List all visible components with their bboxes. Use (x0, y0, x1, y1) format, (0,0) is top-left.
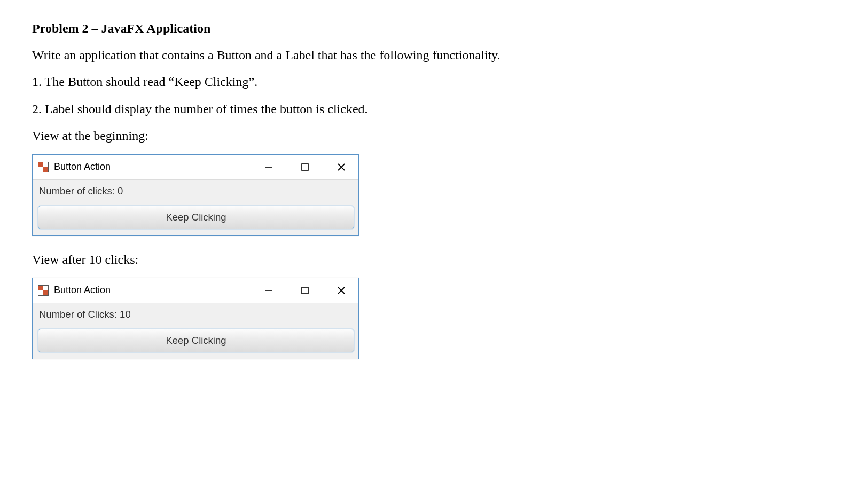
view-after-label: View after 10 clicks: (32, 251, 813, 268)
button-row: Keep Clicking (33, 326, 358, 359)
client-area: Number of clicks: 0 Keep Clicking (33, 179, 358, 235)
close-button[interactable] (333, 159, 350, 176)
button-row: Keep Clicking (33, 202, 358, 235)
view-beginning-label: View at the beginning: (32, 127, 813, 144)
titlebar: Button Action (33, 278, 358, 303)
close-icon (337, 286, 346, 295)
minimize-icon (264, 162, 273, 172)
close-button[interactable] (333, 282, 350, 299)
minimize-button[interactable] (260, 159, 277, 176)
app-icon (38, 285, 49, 296)
window-title: Button Action (54, 285, 111, 296)
app-icon (38, 162, 49, 172)
button-label: Keep Clicking (166, 335, 226, 346)
keep-clicking-button[interactable]: Keep Clicking (38, 206, 354, 229)
svg-rect-5 (302, 287, 308, 294)
window-title: Button Action (54, 161, 111, 172)
maximize-icon (300, 162, 310, 172)
click-count-label: Number of Clicks: 10 (33, 303, 358, 326)
keep-clicking-button[interactable]: Keep Clicking (38, 329, 354, 352)
minimize-button[interactable] (260, 282, 277, 299)
button-label: Keep Clicking (166, 211, 226, 223)
requirement-2: 2. Label should display the number of ti… (32, 100, 813, 117)
maximize-icon (300, 286, 310, 295)
window-controls (260, 282, 350, 299)
titlebar: Button Action (33, 155, 358, 179)
minimize-i (264, 286, 273, 295)
svg-rect-1 (302, 164, 308, 170)
close-icon (337, 162, 346, 172)
problem-heading: Problem 2 – JavaFX Application (32, 21, 813, 36)
requirement-1: 1. The Button should read “Keep Clicking… (32, 73, 813, 90)
app-window-after-clicks: Button Action Number of Clicks: 10 Keep … (32, 278, 359, 359)
click-count-label: Number of clicks: 0 (33, 180, 358, 202)
app-window-initial: Button Action Number of clicks: 0 Keep C… (32, 154, 359, 236)
intro-text: Write an application that contains a But… (32, 46, 813, 64)
window-controls (260, 159, 350, 176)
maximize-button[interactable] (296, 159, 314, 176)
client-area: Number of Clicks: 10 Keep Clicking (33, 303, 358, 359)
maximize-button[interactable] (296, 282, 314, 299)
